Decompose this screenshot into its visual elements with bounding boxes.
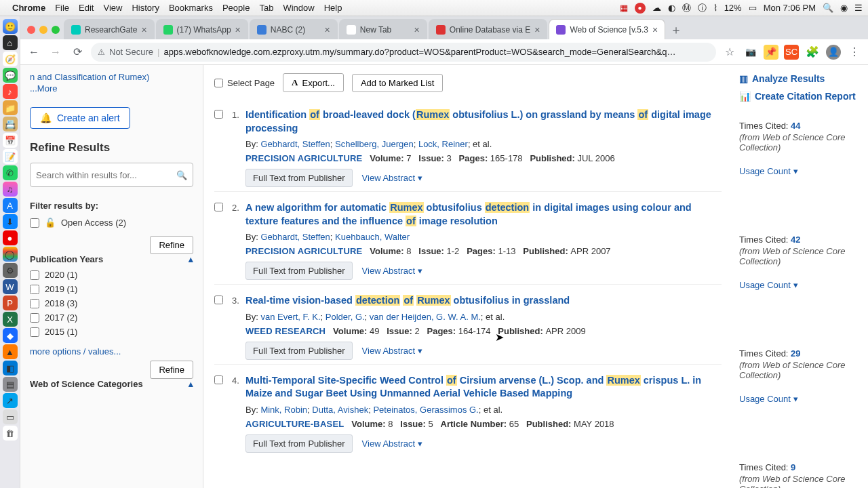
dock-itunes-icon[interactable]: ♫ (3, 182, 18, 197)
extension-icon[interactable]: 📌 (764, 45, 778, 60)
close-tab-icon[interactable]: × (534, 24, 540, 35)
result-title-link[interactable]: A new algorithm for automatic Rumex obtu… (245, 202, 692, 226)
full-text-button[interactable]: Full Text from Publisher (245, 342, 353, 360)
browser-tab[interactable]: ResearchGate × (64, 19, 155, 39)
dock-word-icon[interactable]: W (3, 279, 18, 294)
result-checkbox[interactable] (214, 110, 223, 119)
year-filter[interactable]: 2019 (1) (30, 284, 193, 294)
full-text-button[interactable]: Full Text from Publisher (245, 262, 353, 280)
menu-window[interactable]: Window (283, 3, 314, 13)
journal-link[interactable]: PRECISION AGRICULTURE (245, 153, 362, 163)
menu-tab[interactable]: Tab (259, 3, 273, 13)
close-tab-icon[interactable]: × (141, 24, 146, 35)
journal-link[interactable]: WEED RESEARCH (245, 326, 326, 336)
control-center-icon[interactable]: ☰ (854, 3, 863, 13)
more-link[interactable]: ...More (30, 83, 57, 94)
dock-notes-icon[interactable]: 📝 (3, 149, 18, 164)
back-button[interactable]: ← (26, 46, 42, 58)
clock[interactable]: Mon 7:06 PM (764, 3, 816, 13)
result-title-link[interactable]: Real-time vision-based detection of Rume… (245, 295, 570, 306)
dock-app-icon[interactable]: ♪ (3, 84, 18, 99)
dock-app-icon[interactable]: ▤ (3, 377, 18, 392)
status-icon[interactable]: ● (635, 3, 646, 14)
dock-app-icon[interactable]: ⬇ (3, 214, 18, 229)
dock-vlc-icon[interactable]: ▲ (3, 344, 18, 359)
status-icon[interactable]: ⓘ (698, 2, 707, 14)
dock-appstore-icon[interactable]: A (3, 198, 18, 213)
dock-excel-icon[interactable]: X (3, 312, 18, 327)
view-abstract-link[interactable]: View Abstract ▾ (362, 173, 422, 183)
times-cited[interactable]: Times Cited: 9 (739, 462, 861, 472)
dock-calendar-icon[interactable]: 📅 (3, 133, 18, 148)
result-checkbox[interactable] (214, 375, 223, 384)
view-abstract-link[interactable]: View Abstract ▾ (362, 439, 422, 449)
select-page-checkbox[interactable] (214, 79, 223, 87)
more-options-link[interactable]: more options / values... (30, 346, 121, 357)
menu-history[interactable]: History (132, 3, 159, 13)
refine-button[interactable]: Refine (150, 236, 193, 254)
dock-app-icon[interactable]: 📇 (3, 117, 18, 131)
browser-tab[interactable]: Online Database via E × (429, 19, 548, 39)
dock-app-icon[interactable]: ↗ (3, 393, 18, 408)
siri-icon[interactable]: ◉ (840, 3, 848, 13)
journal-link[interactable]: PRECISION AGRICULTURE (245, 246, 362, 256)
menu-help[interactable]: Help (324, 3, 342, 13)
dock-settings-icon[interactable]: ⚙ (3, 263, 18, 278)
search-icon[interactable]: 🔍 (176, 170, 187, 180)
spotlight-icon[interactable]: 🔍 (823, 3, 833, 13)
open-access-checkbox[interactable] (30, 218, 39, 228)
forward-button[interactable]: → (47, 46, 64, 58)
dock-trash-icon[interactable]: 🗑 (3, 426, 18, 441)
menu-bookmarks[interactable]: Bookmarks (169, 3, 213, 13)
select-page[interactable]: Select Page (214, 78, 275, 88)
minimize-window-button[interactable] (39, 26, 47, 34)
year-checkbox[interactable] (30, 285, 39, 294)
dock-app-icon[interactable]: 📁 (3, 100, 18, 115)
year-checkbox[interactable] (30, 299, 39, 308)
close-tab-icon[interactable]: × (235, 24, 241, 35)
times-cited[interactable]: Times Cited: 29 (739, 348, 861, 359)
view-abstract-link[interactable]: View Abstract ▾ (362, 266, 422, 276)
reload-button[interactable]: ⟳ (69, 45, 85, 58)
browser-tab[interactable]: New Tab × (339, 19, 427, 39)
battery-icon[interactable]: ▭ (749, 3, 757, 13)
times-cited[interactable]: Times Cited: 42 (739, 235, 861, 245)
refine-button[interactable]: Refine (150, 361, 193, 379)
close-tab-icon[interactable]: × (652, 24, 658, 35)
status-icon[interactable]: ▦ (620, 3, 628, 13)
year-checkbox[interactable] (30, 327, 39, 337)
menu-edit[interactable]: Edit (79, 3, 94, 13)
menu-file[interactable]: File (55, 3, 69, 13)
dock-app-icon[interactable]: ● (3, 230, 18, 245)
wifi-icon[interactable]: ⌇ (713, 3, 717, 13)
full-text-button[interactable]: Full Text from Publisher (245, 169, 353, 187)
analyze-results-link[interactable]: ▥ Analyze Results (739, 73, 861, 84)
view-abstract-link[interactable]: View Abstract ▾ (362, 346, 422, 356)
dock-messages-icon[interactable]: 💬 (3, 68, 18, 83)
close-window-button[interactable] (27, 26, 35, 34)
export-button[interactable]: A Export... (283, 73, 344, 92)
dock-app-icon[interactable]: ◧ (3, 361, 18, 375)
dock-chrome-icon[interactable]: ◯ (3, 247, 18, 262)
cloud-icon[interactable]: ☁ (652, 3, 661, 13)
year-checkbox[interactable] (30, 270, 39, 280)
dock-app-icon[interactable]: ◆ (3, 328, 18, 343)
result-title-link[interactable]: Multi-Temporal Site-Specific Weed Contro… (245, 375, 701, 399)
open-access-filter[interactable]: 🔓 Open Access (2) (30, 218, 193, 228)
site-info-icon[interactable]: ⚠ (98, 47, 105, 57)
menu-view[interactable]: View (103, 3, 122, 13)
profile-avatar[interactable]: 👤 (826, 45, 841, 60)
result-checkbox[interactable] (214, 203, 223, 211)
year-filter[interactable]: 2020 (1) (30, 270, 193, 280)
create-alert-button[interactable]: 🔔 Create an alert (30, 107, 130, 129)
bookmark-star-icon[interactable]: ☆ (722, 45, 738, 58)
times-cited[interactable]: Times Cited: 44 (739, 121, 861, 131)
year-checkbox[interactable] (30, 313, 39, 323)
add-marked-button[interactable]: Add to Marked List (352, 74, 443, 92)
year-filter[interactable]: 2018 (3) (30, 298, 193, 308)
menu-people[interactable]: People (222, 3, 250, 13)
status-icon[interactable]: ◐ (668, 3, 675, 13)
dock-ppt-icon[interactable]: P (3, 296, 18, 310)
usage-count-link[interactable]: Usage Count ▾ (739, 166, 798, 176)
chrome-menu-icon[interactable]: ⋮ (846, 45, 863, 58)
